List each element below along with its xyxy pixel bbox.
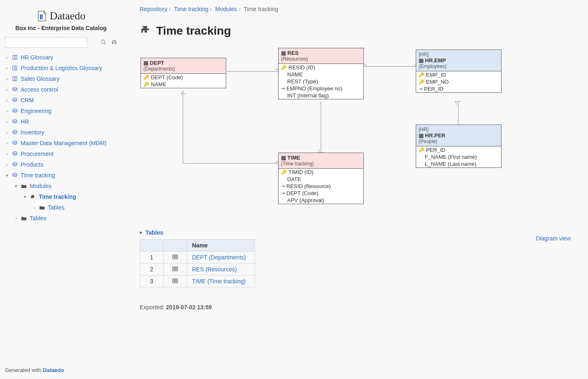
crumb-modules[interactable]: Modules — [215, 6, 237, 12]
key-icon: 🔑 — [419, 79, 424, 85]
table-link[interactable]: TIME (Time tracking) — [192, 278, 246, 285]
main-content: Repository› Time tracking› Modules› Time… — [122, 0, 588, 379]
svg-point-27 — [13, 141, 17, 143]
nav-item[interactable]: ▾Time tracking — [5, 170, 117, 181]
search-icon[interactable] — [101, 39, 106, 46]
svg-point-9 — [115, 42, 117, 43]
tables-section-toggle[interactable]: ▾ Tables — [140, 229, 571, 236]
table-icon — [164, 252, 187, 264]
svg-point-28 — [13, 152, 17, 153]
expand-icon: › — [5, 149, 9, 158]
svg-point-26 — [13, 130, 17, 132]
puzzle-icon — [140, 24, 151, 38]
nav-item[interactable]: ›Inventory — [5, 127, 117, 138]
entity-res[interactable]: ▦ RES(Resources)🔑RESID (ID)NAMEREST (Typ… — [278, 48, 364, 99]
footer-brand-link[interactable]: Dataedo — [43, 367, 64, 373]
entity-emp[interactable]: [HR]▦ HR.EMP(Employees)🔑EMP_ID🔑EMP_NO⇥PE… — [416, 49, 501, 93]
nav-module-time-tracking[interactable]: ▾Time tracking — [23, 191, 117, 202]
catalog-subtitle: Box Inc - Enterprise Data Catalog — [5, 25, 117, 31]
database-icon — [12, 108, 18, 114]
key-icon: 🔑 — [419, 147, 424, 153]
tables-list: Name 1DEPT (Departments)2RES (Resources)… — [140, 239, 255, 287]
er-diagram[interactable]: ▦ DEPT(Departments)🔑DEPT (Code)🔑NAME▦ RE… — [140, 48, 560, 225]
filter-icon[interactable] — [111, 39, 117, 46]
svg-rect-1 — [42, 14, 43, 19]
nav-tables[interactable]: ›Tables — [14, 213, 117, 224]
table-link[interactable]: RES (Resources) — [192, 266, 237, 273]
table-icon — [164, 264, 187, 275]
expand-icon: ▾ — [5, 171, 9, 180]
breadcrumb: Repository› Time tracking› Modules› Time… — [140, 6, 571, 12]
col-icon — [164, 240, 187, 252]
crumb-repository[interactable]: Repository — [140, 6, 167, 12]
svg-rect-0 — [40, 14, 42, 19]
nav-modules[interactable]: ▾Modules — [14, 181, 117, 191]
svg-rect-42 — [173, 267, 178, 271]
table-icon — [164, 275, 187, 287]
svg-point-24 — [13, 109, 17, 111]
table-icon: ▦ — [281, 155, 286, 161]
svg-point-23 — [13, 98, 17, 100]
table-icon: ▦ — [281, 50, 286, 56]
col-index — [140, 240, 164, 252]
book-icon — [12, 76, 18, 82]
table-link[interactable]: DEPT (Departments) — [192, 254, 246, 261]
svg-point-2 — [101, 40, 105, 43]
puzzle-icon — [30, 194, 36, 200]
nav-item[interactable]: ›Production & Logistics Glossary — [5, 63, 117, 73]
database-icon — [12, 119, 18, 125]
svg-point-7 — [112, 42, 113, 43]
crumb-time-tracking[interactable]: Time tracking — [174, 6, 208, 12]
expand-icon: › — [5, 74, 9, 83]
entity-time[interactable]: ▦ TIME(Time tracking)🔑TIMID (ID)DATE⇥RES… — [278, 153, 364, 204]
search-input[interactable] — [5, 37, 87, 48]
svg-point-30 — [13, 173, 17, 175]
expand-icon: › — [5, 106, 9, 115]
book-icon — [12, 65, 18, 71]
divider — [140, 16, 571, 16]
exported-line: Exported: 2019-07-02 13:59 — [140, 304, 571, 311]
fk-icon: ⇥ — [281, 184, 285, 189]
table-icon: ▦ — [419, 57, 424, 64]
fk-icon: ⇥ — [419, 86, 422, 92]
expand-icon: › — [5, 85, 9, 94]
tables-heading: Tables — [145, 229, 163, 236]
entity-per[interactable]: [HR]▦ HR.PER(People)🔑PER_IDF_NAME (First… — [416, 125, 501, 168]
nav-item[interactable]: ›Sales Glossary — [5, 73, 117, 84]
folder-icon — [21, 216, 27, 221]
database-icon — [12, 172, 18, 178]
nav-item[interactable]: ›Master Data Management (MDM) — [5, 138, 117, 148]
page-title: Time tracking — [156, 24, 231, 38]
key-icon: 🔑 — [281, 169, 287, 175]
sidebar: Dataedo Box Inc - Enterprise Data Catalo… — [0, 0, 122, 379]
col-name: Name — [187, 240, 255, 252]
svg-point-25 — [13, 120, 17, 121]
diagram-view-link[interactable]: Diagram view — [536, 235, 571, 242]
key-icon: 🔑 — [281, 65, 287, 70]
key-icon: 🔑 — [143, 82, 149, 87]
brand-icon — [37, 10, 47, 22]
key-icon: 🔑 — [143, 75, 149, 80]
table-icon: ▦ — [419, 132, 424, 139]
book-icon — [12, 54, 18, 60]
expand-icon: › — [5, 96, 9, 105]
nav-item[interactable]: ›HR Glossary — [5, 52, 117, 63]
expand-icon: › — [5, 139, 9, 148]
nav-item[interactable]: ›Products — [5, 159, 117, 170]
nav-item[interactable]: ›Access control — [5, 84, 117, 95]
nav-item[interactable]: ›Procurement — [5, 148, 117, 159]
brand-text: Dataedo — [50, 10, 86, 22]
database-icon — [12, 151, 18, 157]
database-icon — [12, 97, 18, 103]
expand-icon: › — [5, 53, 9, 62]
nav-item[interactable]: ›Engineering — [5, 106, 117, 116]
database-icon — [12, 87, 18, 92]
nav-item[interactable]: ›HR — [5, 116, 117, 127]
nav-item[interactable]: ›CRM — [5, 95, 117, 106]
table-row: 2RES (Resources) — [140, 264, 255, 275]
table-icon: ▦ — [143, 60, 148, 66]
nav-tree: ›HR Glossary›Production & Logistics Glos… — [5, 52, 117, 224]
nav-module-tables[interactable]: ›Tables — [32, 202, 117, 213]
entity-dept[interactable]: ▦ DEPT(Departments)🔑DEPT (Code)🔑NAME — [141, 58, 226, 88]
expand-icon: › — [5, 117, 9, 126]
